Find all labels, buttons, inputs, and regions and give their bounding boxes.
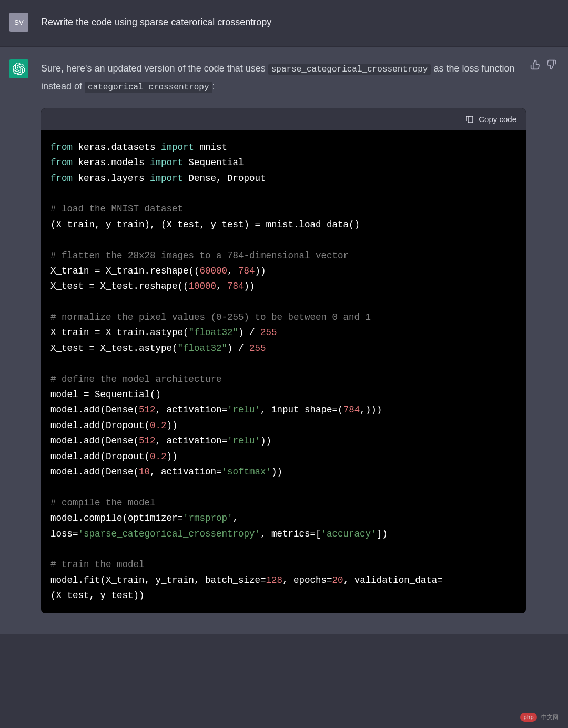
openai-logo-icon bbox=[13, 63, 25, 75]
user-avatar: SV bbox=[9, 13, 28, 32]
inline-code-2: categorical_crossentropy bbox=[85, 82, 212, 93]
code-body[interactable]: from keras.datasets import mnist from ke… bbox=[41, 130, 526, 613]
clipboard-icon bbox=[465, 115, 474, 124]
assistant-message: Sure, here's an updated version of the c… bbox=[0, 47, 568, 634]
assistant-intro-1: Sure, here's an updated version of the c… bbox=[41, 63, 268, 74]
thumbs-down-icon[interactable] bbox=[546, 59, 556, 70]
inline-code-1: sparse_categorical_crossentropy bbox=[268, 64, 431, 75]
copy-code-label: Copy code bbox=[479, 115, 516, 124]
feedback-icons bbox=[530, 59, 556, 70]
user-content: Rewrite the code using sparse caterorica… bbox=[41, 13, 526, 32]
code-header: Copy code bbox=[41, 108, 526, 130]
assistant-avatar bbox=[9, 59, 28, 78]
copy-code-button[interactable]: Copy code bbox=[465, 115, 516, 124]
code-block: Copy code from keras.datasets import mni… bbox=[41, 108, 526, 613]
svg-rect-0 bbox=[468, 116, 473, 123]
thumbs-up-icon[interactable] bbox=[530, 59, 541, 70]
user-prompt: Rewrite the code using sparse caterorica… bbox=[41, 13, 526, 30]
user-message: SV Rewrite the code using sparse cateror… bbox=[0, 0, 568, 47]
assistant-text: Sure, here's an updated version of the c… bbox=[41, 59, 526, 96]
assistant-intro-3: : bbox=[212, 81, 215, 92]
assistant-content: Sure, here's an updated version of the c… bbox=[41, 59, 526, 613]
